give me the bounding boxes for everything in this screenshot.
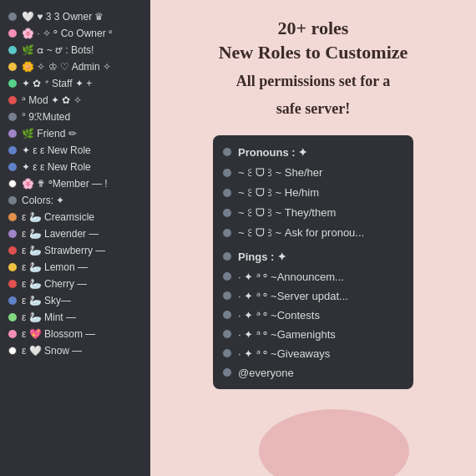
left-role-item-4: ✦ ✿ ⁺ Staff ✦ + [0, 75, 150, 92]
left-role-item-7: 🌿 Friend ✏ [0, 125, 150, 142]
left-role-label-14: ε 🦢 Strawberry — [22, 245, 105, 256]
he-him-dot [223, 189, 231, 197]
left-role-item-13: ε 🦢 Lavender — [0, 225, 150, 242]
left-role-label-3: 🌼 ✧ ♔ ♡ Admin ✧ [22, 61, 111, 73]
role-contests: · ✦ ᵃ ᵒ ~Contests [213, 306, 413, 325]
left-role-item-2: 🌿 ᘳ ~ ᘴ : Bots! [0, 42, 150, 58]
left-role-item-12: ε 🦢 Creamsicle [0, 209, 150, 225]
role-ask-pronouns: ~꒰ᗜ꒱~ Ask for pronou... [213, 223, 413, 243]
left-role-label-20: ε 🤍 Snow — [22, 345, 82, 357]
left-role-dot-13 [8, 230, 17, 238]
left-role-item-20: ε 🤍 Snow — [0, 342, 150, 359]
right-panel: 20+ roles New Roles to Customize All per… [150, 0, 476, 476]
role-gamenights: · ✦ ᵃ ᵒ ~Gamenights [213, 325, 413, 344]
she-her-label: ~꒰ᗜ꒱~ She/her [238, 166, 322, 180]
left-role-label-5: ᵃ Mod ✦ ✿ ✧ [22, 94, 82, 106]
headline-line3: All permissions set for a [219, 71, 408, 92]
left-role-label-2: 🌿 ᘳ ~ ᘴ : Bots! [22, 44, 94, 56]
left-role-item-17: ε 🦢 Sky— [0, 292, 150, 309]
left-role-dot-10 [8, 180, 17, 188]
left-role-label-0: 🤍 ♥ 3 3 Owner ♛ [22, 11, 104, 23]
left-role-dot-5 [8, 96, 17, 104]
left-roles-panel: 🤍 ♥ 3 3 Owner ♛🌸 · ✧ ᵒ Co Owner ᵉ🌿 ᘳ ~ ᘴ… [0, 0, 150, 476]
left-role-dot-1 [8, 29, 17, 38]
left-role-dot-16 [8, 280, 17, 288]
left-role-label-8: ✦ ε ε New Role [22, 144, 91, 156]
server-updates-dot [223, 291, 231, 300]
main-layout: 🤍 ♥ 3 3 Owner ♛🌸 · ✧ ᵒ Co Owner ᵉ🌿 ᘳ ~ ᘴ… [0, 0, 476, 476]
left-role-item-19: ε 💖 Blossom — [0, 326, 150, 342]
left-role-label-16: ε 🦢 Cherry — [22, 278, 87, 290]
left-role-label-11: Colors: ✦ [22, 195, 64, 206]
left-role-dot-0 [8, 13, 17, 21]
left-role-label-6: ° 9ℛMuted [22, 111, 70, 123]
they-them-dot [223, 209, 231, 217]
pronouns-dot [223, 148, 231, 156]
section-header-pings: Pings : ✦ [213, 246, 413, 267]
left-role-item-1: 🌸 · ✧ ᵒ Co Owner ᵉ [0, 25, 150, 42]
giveaways-label: · ✦ ᵃ ᵒ ~Giveaways [238, 347, 330, 360]
headline-line4: safe server! [219, 99, 408, 119]
left-role-label-12: ε 🦢 Creamsicle [22, 211, 94, 223]
left-role-dot-9 [8, 163, 17, 171]
she-her-dot [223, 169, 231, 177]
headline-line2: New Roles to Customize [219, 41, 408, 65]
announcements-dot [223, 272, 231, 281]
left-role-label-4: ✦ ✿ ⁺ Staff ✦ + [22, 78, 92, 89]
ask-pronouns-dot [223, 229, 231, 237]
left-role-item-10: 🌸 ✟ ᵒMember — ! [0, 175, 150, 192]
left-role-item-9: ✦ ε ε New Role [0, 159, 150, 175]
they-them-label: ~꒰ᗜ꒱~ They/them [238, 206, 336, 220]
left-role-dot-17 [8, 296, 17, 305]
left-role-item-18: ε 🦢 Mint — [0, 309, 150, 326]
left-role-item-5: ᵃ Mod ✦ ✿ ✧ [0, 92, 150, 109]
left-role-item-6: ° 9ℛMuted [0, 109, 150, 125]
contests-dot [223, 311, 231, 319]
left-role-item-8: ✦ ε ε New Role [0, 142, 150, 159]
role-giveaways: · ✦ ᵃ ᵒ ~Giveaways [213, 344, 413, 363]
left-role-dot-8 [8, 146, 17, 154]
left-role-dot-18 [8, 313, 17, 322]
left-role-label-19: ε 💖 Blossom — [22, 328, 95, 340]
announcements-label: · ✦ ᵃ ᵒ ~Announcem... [238, 271, 344, 283]
role-everyone: @everyone [213, 363, 413, 382]
role-they-them: ~꒰ᗜ꒱~ They/them [213, 203, 413, 223]
left-role-label-15: ε 🦢 Lemon — [22, 261, 88, 273]
server-updates-label: · ✦ ᵃ ᵒ ~Server updat... [238, 290, 348, 302]
discord-roles-panel: Pronouns : ✦ ~꒰ᗜ꒱~ She/her ~꒰ᗜ꒱~ He/him … [213, 135, 413, 389]
headline-line1: 20+ roles [219, 17, 408, 41]
gamenights-dot [223, 330, 231, 338]
everyone-label: @everyone [238, 367, 294, 379]
role-he-him: ~꒰ᗜ꒱~ He/him [213, 183, 413, 203]
left-role-item-3: 🌼 ✧ ♔ ♡ Admin ✧ [0, 58, 150, 75]
pronouns-header-label: Pronouns : ✦ [238, 146, 307, 159]
giveaways-dot [223, 349, 231, 357]
role-server-updates: · ✦ ᵃ ᵒ ~Server updat... [213, 286, 413, 306]
left-role-label-7: 🌿 Friend ✏ [22, 128, 77, 139]
left-role-label-1: 🌸 · ✧ ᵒ Co Owner ᵉ [22, 28, 113, 39]
left-role-label-18: ε 🦢 Mint — [22, 311, 76, 323]
left-role-dot-19 [8, 330, 17, 338]
left-role-dot-11 [8, 196, 17, 205]
section-header-pronouns: Pronouns : ✦ [213, 142, 413, 163]
left-role-dot-14 [8, 246, 17, 255]
role-announcements: · ✦ ᵃ ᵒ ~Announcem... [213, 267, 413, 286]
left-role-label-13: ε 🦢 Lavender — [22, 228, 99, 240]
left-role-item-11: Colors: ✦ [0, 192, 150, 209]
left-role-label-9: ✦ ε ε New Role [22, 161, 91, 173]
left-role-label-10: 🌸 ✟ ᵒMember — ! [22, 178, 108, 190]
left-role-dot-6 [8, 113, 17, 121]
left-role-item-14: ε 🦢 Strawberry — [0, 242, 150, 259]
left-role-item-0: 🤍 ♥ 3 3 Owner ♛ [0, 8, 150, 25]
left-role-dot-3 [8, 63, 17, 71]
left-role-item-15: ε 🦢 Lemon — [0, 259, 150, 276]
headline-block: 20+ roles New Roles to Customize All per… [219, 17, 408, 120]
he-him-label: ~꒰ᗜ꒱~ He/him [238, 186, 319, 200]
pings-dot [223, 252, 231, 261]
left-role-dot-7 [8, 129, 17, 138]
everyone-dot [223, 368, 231, 377]
left-role-item-16: ε 🦢 Cherry — [0, 276, 150, 292]
left-role-dot-4 [8, 79, 17, 88]
left-role-dot-2 [8, 46, 17, 54]
left-role-dot-20 [8, 347, 17, 355]
